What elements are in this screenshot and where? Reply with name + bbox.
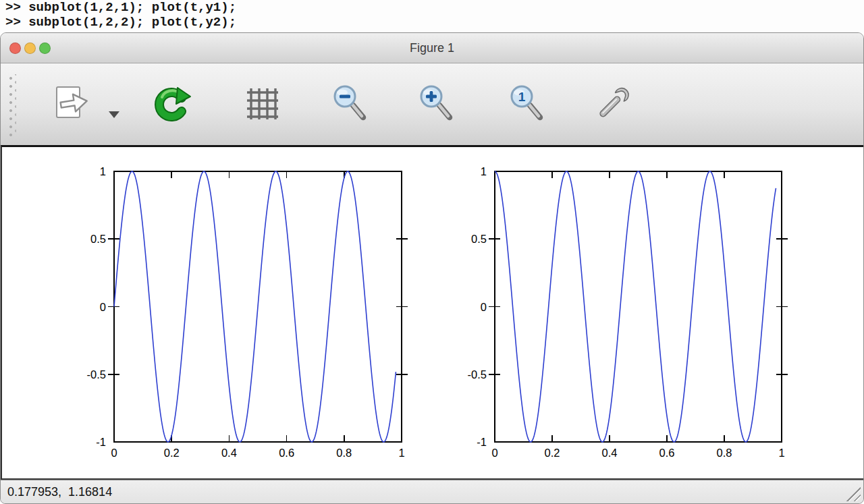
x-tick-label: 0 <box>491 447 497 459</box>
y-tick-label: -0.5 <box>468 368 487 381</box>
x-tick-label: 0.8 <box>336 447 352 459</box>
figure-window: Figure 1 <box>0 32 864 504</box>
svg-text:1: 1 <box>518 90 526 104</box>
minimize-button[interactable] <box>24 43 36 54</box>
zoom-in-icon <box>415 82 458 125</box>
x-tick-label: 0.6 <box>279 447 294 459</box>
x-tick-label: 0.8 <box>717 447 732 459</box>
x-tick-label: 0.6 <box>659 447 675 459</box>
grid-button[interactable] <box>241 82 284 125</box>
close-button[interactable] <box>9 43 21 54</box>
x-tick-label: 0.4 <box>602 447 618 459</box>
x-tick-label: 0 <box>111 447 117 459</box>
zoom-in-button[interactable] <box>415 82 458 125</box>
y-tick-label: 1 <box>481 165 487 178</box>
x-tick-label: 0.2 <box>164 447 180 459</box>
cursor-coordinates: 0.177953, 1.16814 <box>7 480 112 503</box>
toolbar-grip-handle[interactable] <box>5 74 16 138</box>
y-tick-label: -1 <box>477 436 487 449</box>
y-tick-label: 0 <box>100 300 106 313</box>
grid-icon <box>241 82 284 125</box>
y-tick-label: -0.5 <box>87 368 106 381</box>
export-figure-icon <box>51 82 94 125</box>
settings-button[interactable] <box>591 82 634 125</box>
window-title: Figure 1 <box>1 33 863 63</box>
y-tick-label: -1 <box>96 436 106 449</box>
zoom-out-button[interactable] <box>329 82 372 125</box>
zoom-reset-button[interactable]: 1 <box>506 82 549 125</box>
x-tick-label: 1 <box>778 447 784 459</box>
zoom-one-icon: 1 <box>506 82 549 125</box>
zoom-out-icon <box>329 82 372 125</box>
x-tick-label: 1 <box>398 447 404 459</box>
figure-toolbar: 1 <box>1 63 863 145</box>
status-bar: 0.177953, 1.16814 <box>1 480 863 504</box>
export-options-button[interactable] <box>106 107 122 123</box>
subplot-2[interactable] <box>494 171 782 443</box>
x-tick-label: 0.4 <box>221 447 237 459</box>
screen: >> subplot(1,2,1); plot(t,y1); >> subplo… <box>0 0 864 504</box>
subplot-1[interactable] <box>113 171 402 443</box>
y-tick-label: 1 <box>100 165 106 178</box>
line-series-y1 <box>114 171 396 442</box>
y-tick-label: 0 <box>481 300 487 313</box>
y-tick-label: 0.5 <box>90 233 106 246</box>
line-series-y2 <box>495 171 776 442</box>
title-bar[interactable]: Figure 1 <box>1 33 863 63</box>
redraw-button[interactable] <box>150 82 193 125</box>
refresh-icon <box>150 82 193 125</box>
wrench-icon <box>591 82 634 125</box>
y-tick-label: 0.5 <box>471 233 487 246</box>
terminal-command-line: >> subplot(1,2,1); plot(t,y1); <box>0 0 864 15</box>
x-tick-label: 0.2 <box>545 447 560 459</box>
terminal-output[interactable]: >> subplot(1,2,1); plot(t,y1); >> subplo… <box>0 0 864 32</box>
chevron-down-icon <box>106 107 122 123</box>
resize-grip[interactable] <box>843 486 861 501</box>
zoom-window-button[interactable] <box>39 43 51 54</box>
export-figure-button[interactable] <box>51 82 94 125</box>
terminal-command-line: >> subplot(1,2,2); plot(t,y2); <box>0 15 864 30</box>
